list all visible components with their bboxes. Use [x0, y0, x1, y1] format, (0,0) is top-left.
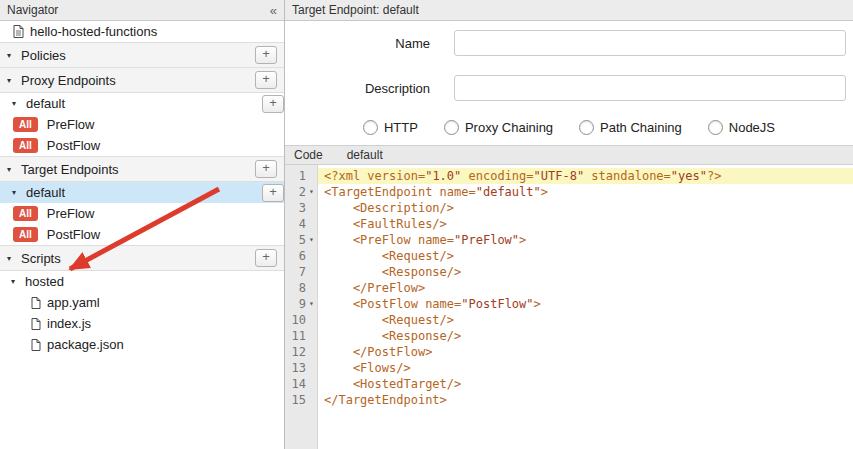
- gutter-row: 14: [285, 376, 317, 392]
- code-line[interactable]: <Request/>: [318, 248, 853, 264]
- code-line[interactable]: <PreFlow name="PreFlow">: [318, 232, 853, 248]
- code-line[interactable]: <HostedTarget/>: [318, 376, 853, 392]
- tree-item-proxy-endpoint-default[interactable]: ▾ default +: [0, 93, 284, 114]
- endpoint-type-radios: HTTP Proxy Chaining Path Chaining NodeJS: [285, 120, 853, 135]
- file-icon: [31, 297, 41, 309]
- expander-icon[interactable]: ▾: [12, 188, 26, 197]
- code-line[interactable]: <TargetEndpoint name="default">: [318, 184, 853, 200]
- gutter-row: 10: [285, 312, 317, 328]
- flow-condition-badge: All: [13, 138, 38, 153]
- code-line[interactable]: <Flows/>: [318, 360, 853, 376]
- collapse-panel-icon[interactable]: «: [270, 3, 277, 18]
- radio-nodejs[interactable]: NodeJS: [708, 120, 775, 135]
- add-target-endpoint-button[interactable]: +: [255, 160, 277, 178]
- tree-item-label: package.json: [47, 337, 124, 352]
- tree-item-hosted-folder[interactable]: ▾ hosted: [0, 271, 284, 292]
- fold-toggle-icon[interactable]: ▾: [306, 296, 317, 312]
- line-number: 1: [285, 168, 306, 184]
- flow-condition-badge: All: [13, 227, 38, 242]
- app-window: Navigator « hello-hosted-functions ▾ Pol…: [0, 0, 853, 449]
- tree-item-target-postflow[interactable]: All PostFlow: [0, 224, 284, 245]
- line-number: 3: [285, 200, 306, 216]
- tree-item-label: PostFlow: [47, 227, 100, 242]
- tree-item-proxy-preflow[interactable]: All PreFlow: [0, 114, 284, 135]
- fold-toggle-icon: [306, 248, 317, 264]
- fold-toggle-icon: [306, 264, 317, 280]
- code-header: Code default: [285, 145, 853, 165]
- add-flow-button[interactable]: +: [262, 95, 284, 113]
- code-line[interactable]: <Response/>: [318, 328, 853, 344]
- section-scripts[interactable]: ▾ Scripts +: [0, 245, 284, 271]
- code-line[interactable]: </PreFlow>: [318, 280, 853, 296]
- navigator-header: Navigator «: [0, 0, 284, 21]
- line-number: 14: [285, 376, 306, 392]
- navigator-panel: Navigator « hello-hosted-functions ▾ Pol…: [0, 0, 285, 449]
- section-target-endpoints[interactable]: ▾ Target Endpoints +: [0, 156, 284, 182]
- gutter-row: 3: [285, 200, 317, 216]
- line-number: 15: [285, 392, 306, 408]
- code-editor[interactable]: 12▾345▾6789▾101112131415 <?xml version="…: [285, 165, 853, 449]
- code-line[interactable]: <FaultRules/>: [318, 216, 853, 232]
- tree-item-target-endpoint-default[interactable]: ▾ default +: [0, 182, 284, 203]
- radio-http[interactable]: HTTP: [363, 120, 418, 135]
- line-number: 9: [285, 296, 306, 312]
- code-line[interactable]: <Response/>: [318, 264, 853, 280]
- name-row: Name: [285, 30, 853, 56]
- section-label: Scripts: [21, 251, 61, 266]
- tree-item-hello-hosted-functions[interactable]: hello-hosted-functions: [0, 21, 284, 42]
- description-row: Description: [285, 75, 853, 101]
- detail-header: Target Endpoint: default: [285, 0, 853, 21]
- fold-toggle-icon: [306, 392, 317, 408]
- tree-item-label: hosted: [25, 274, 64, 289]
- add-policy-button[interactable]: +: [255, 46, 277, 64]
- fold-toggle-icon[interactable]: ▾: [306, 184, 317, 200]
- detail-panel: Target Endpoint: default Name Descriptio…: [285, 0, 853, 449]
- name-label: Name: [285, 36, 454, 51]
- description-input[interactable]: [454, 75, 846, 101]
- radio-proxy-chaining[interactable]: Proxy Chaining: [444, 120, 553, 135]
- tree-item-proxy-postflow[interactable]: All PostFlow: [0, 135, 284, 156]
- fold-toggle-icon[interactable]: ▾: [306, 232, 317, 248]
- code-line[interactable]: </PostFlow>: [318, 344, 853, 360]
- add-flow-button[interactable]: +: [262, 184, 284, 202]
- tree-item-label: PreFlow: [47, 117, 95, 132]
- expander-icon[interactable]: ▾: [11, 277, 25, 286]
- line-number: 4: [285, 216, 306, 232]
- gutter-row: 5▾: [285, 232, 317, 248]
- code-line[interactable]: <Request/>: [318, 312, 853, 328]
- radio-circle-icon: [708, 120, 723, 135]
- expander-icon[interactable]: ▾: [7, 254, 21, 263]
- expander-icon[interactable]: ▾: [7, 51, 21, 60]
- radio-circle-icon: [444, 120, 459, 135]
- gutter-row: 11: [285, 328, 317, 344]
- code-line[interactable]: </TargetEndpoint>: [318, 392, 853, 408]
- section-policies[interactable]: ▾ Policies +: [0, 42, 284, 68]
- expander-icon[interactable]: ▾: [7, 165, 21, 174]
- code-line[interactable]: <Description/>: [318, 200, 853, 216]
- code-line[interactable]: <?xml version="1.0" encoding="UTF-8" sta…: [318, 168, 853, 184]
- tree-item-file-app-yaml[interactable]: app.yaml: [0, 292, 284, 313]
- radio-path-chaining[interactable]: Path Chaining: [579, 120, 682, 135]
- expander-icon[interactable]: ▾: [12, 99, 26, 108]
- line-number: 2: [285, 184, 306, 200]
- code-line[interactable]: <PostFlow name="PostFlow">: [318, 296, 853, 312]
- expander-icon[interactable]: ▾: [7, 76, 21, 85]
- section-label: Target Endpoints: [21, 162, 119, 177]
- line-number: 13: [285, 360, 306, 376]
- tree-item-label: hello-hosted-functions: [30, 24, 157, 39]
- section-proxy-endpoints[interactable]: ▾ Proxy Endpoints +: [0, 68, 284, 93]
- gutter-row: 13: [285, 360, 317, 376]
- gutter-row: 12: [285, 344, 317, 360]
- tree-item-target-preflow[interactable]: All PreFlow: [0, 203, 284, 224]
- add-script-button[interactable]: +: [255, 249, 277, 267]
- tree-item-file-index-js[interactable]: index.js: [0, 313, 284, 334]
- code-lines[interactable]: <?xml version="1.0" encoding="UTF-8" sta…: [318, 165, 853, 449]
- proxy-file-icon: [13, 25, 24, 38]
- fold-toggle-icon: [306, 216, 317, 232]
- add-proxy-endpoint-button[interactable]: +: [255, 71, 277, 89]
- fold-toggle-icon: [306, 280, 317, 296]
- name-input[interactable]: [454, 30, 846, 56]
- file-icon: [31, 318, 41, 330]
- tree-item-file-package-json[interactable]: package.json: [0, 334, 284, 355]
- gutter-row: 6: [285, 248, 317, 264]
